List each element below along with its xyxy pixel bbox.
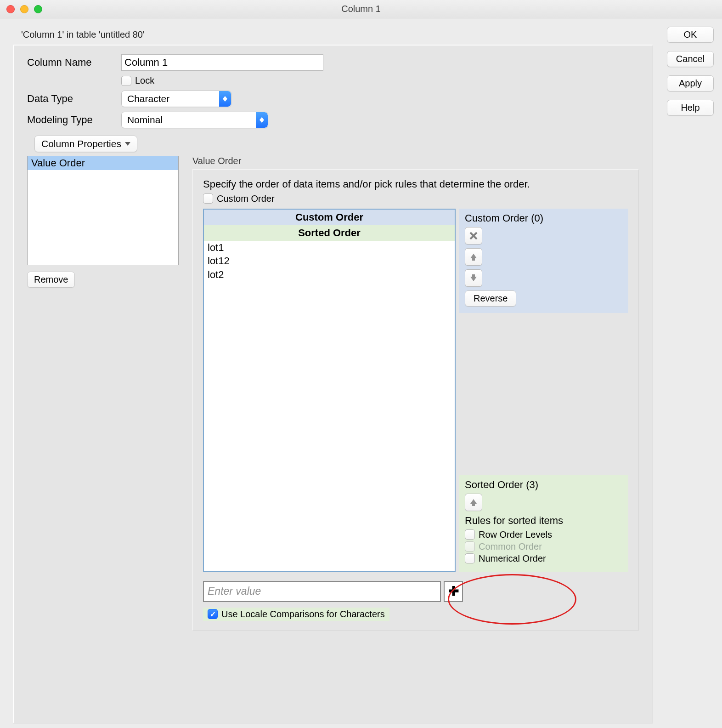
custom-order-count: Custom Order (0) — [465, 212, 623, 224]
checkbox-icon — [465, 529, 475, 540]
checkbox-icon — [121, 76, 131, 86]
use-locale-label: Use Locale Comparisons for Characters — [221, 609, 385, 620]
plus-icon: ✚ — [448, 584, 459, 599]
column-info-dialog: Column 1 'Column 1' in table 'untitled 8… — [0, 0, 722, 728]
custom-order-checkbox[interactable]: Custom Order — [203, 193, 628, 204]
custom-order-label: Custom Order — [217, 193, 275, 204]
remove-label: Remove — [34, 274, 68, 285]
lock-checkbox[interactable]: Lock — [121, 75, 154, 86]
help-label: Help — [681, 102, 699, 113]
apply-button[interactable]: Apply — [667, 75, 714, 91]
move-down-button[interactable] — [465, 269, 482, 287]
ok-button[interactable]: OK — [667, 27, 714, 43]
sorted-order-count: Sorted Order (3) — [465, 479, 623, 491]
column-name-label: Column Name — [27, 57, 121, 68]
column-properties-button[interactable]: Column Properties — [34, 136, 137, 152]
dialog-button-column: OK Cancel Apply Help — [658, 18, 722, 728]
move-up-button[interactable] — [465, 248, 482, 266]
data-type-label: Data Type — [27, 93, 121, 105]
checkbox-icon — [203, 193, 213, 204]
data-type-value: Character — [122, 93, 219, 104]
help-button[interactable]: Help — [667, 100, 714, 116]
order-listbox[interactable]: Custom Order Sorted Order lot1 lot12 lot… — [203, 209, 456, 572]
ok-label: OK — [684, 29, 697, 40]
numerical-order-label: Numerical Order — [479, 553, 546, 564]
column-name-input[interactable] — [121, 54, 323, 71]
row-order-levels-checkbox[interactable]: Row Order Levels — [465, 529, 623, 540]
row-order-levels-label: Row Order Levels — [479, 529, 552, 540]
minimize-window-button[interactable] — [20, 5, 28, 13]
custom-order-controls: Custom Order (0) — [459, 209, 628, 313]
svg-marker-6 — [470, 254, 477, 261]
modeling-type-value: Nominal — [122, 114, 256, 125]
svg-marker-7 — [470, 274, 477, 281]
apply-label: Apply — [679, 78, 702, 89]
arrow-down-icon — [469, 274, 478, 282]
zoom-window-button[interactable] — [34, 5, 42, 13]
window-title: Column 1 — [0, 4, 722, 14]
value-order-section-label: Value Order — [192, 156, 639, 166]
sorted-order-controls: Sorted Order (3) Rules for sorted items — [459, 475, 628, 572]
add-value-button[interactable]: ✚ — [444, 581, 463, 602]
value-order-panel: Specify the order of data items and/or p… — [192, 169, 639, 631]
close-window-button[interactable] — [6, 5, 15, 13]
cancel-button[interactable]: Cancel — [667, 51, 714, 67]
reverse-label: Reverse — [474, 293, 508, 304]
data-type-select[interactable]: Character — [121, 91, 231, 107]
arrow-up-icon — [469, 253, 478, 261]
custom-order-header: Custom Order — [204, 210, 455, 225]
common-order-label: Common Order — [479, 541, 542, 552]
modeling-type-select[interactable]: Nominal — [121, 112, 268, 128]
select-stepper-icon — [219, 91, 231, 107]
enter-value-input[interactable] — [203, 581, 441, 602]
dropdown-triangle-icon — [125, 142, 130, 146]
promote-button[interactable] — [465, 494, 482, 511]
svg-marker-3 — [259, 120, 264, 123]
sorted-order-header: Sorted Order — [204, 225, 455, 241]
reverse-button[interactable]: Reverse — [465, 290, 516, 307]
delete-button[interactable] — [465, 227, 482, 245]
cancel-label: Cancel — [676, 54, 705, 64]
checkbox-checked-icon: ✓ — [208, 609, 218, 619]
column-properties-list[interactable]: Value Order — [27, 156, 179, 265]
lock-label: Lock — [135, 75, 154, 86]
use-locale-checkbox[interactable]: ✓ Use Locale Comparisons for Characters — [203, 608, 389, 621]
remove-button[interactable]: Remove — [27, 272, 75, 288]
rules-title: Rules for sorted items — [465, 515, 623, 527]
main-panel: Column Name Lock Data Type Character — [13, 45, 653, 723]
titlebar: Column 1 — [0, 0, 722, 18]
arrow-up-icon — [469, 498, 478, 506]
property-item-value-order[interactable]: Value Order — [28, 156, 178, 170]
select-stepper-icon — [256, 112, 268, 128]
list-item[interactable]: lot1 — [204, 241, 455, 255]
list-item[interactable]: lot2 — [204, 268, 455, 282]
list-item[interactable]: lot12 — [204, 254, 455, 268]
svg-marker-8 — [470, 499, 477, 506]
breadcrumb: 'Column 1' in table 'untitled 80' — [13, 27, 653, 45]
value-order-intro: Specify the order of data items and/or p… — [203, 178, 534, 191]
numerical-order-checkbox[interactable]: Numerical Order — [465, 553, 623, 564]
svg-marker-1 — [223, 99, 227, 102]
common-order-checkbox[interactable]: Common Order — [465, 541, 623, 552]
column-properties-label: Column Properties — [41, 138, 121, 149]
checkbox-icon — [465, 553, 475, 563]
checkbox-icon — [465, 541, 475, 552]
x-icon — [469, 232, 478, 240]
window-controls — [0, 5, 42, 13]
modeling-type-label: Modeling Type — [27, 114, 121, 126]
